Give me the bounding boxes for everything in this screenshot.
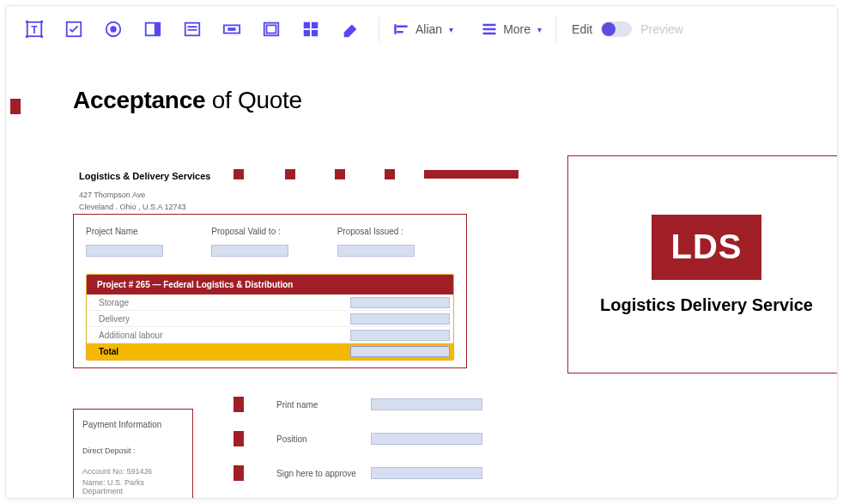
document-canvas: Acceptance of Quote Logistics & Delivery… [6,52,837,498]
lds-logo: LDS [652,215,761,280]
svg-rect-18 [304,22,310,28]
table-header: Project # 265 — Federal Logistics & Dist… [87,275,453,295]
eraser-tool-icon[interactable] [331,10,370,48]
svg-point-8 [110,26,116,32]
project-name-label: Project Name [86,227,203,236]
more-dropdown[interactable]: More ▾ [476,21,547,38]
preview-mode-label: Preview [640,22,683,36]
print-name-label: Print name [276,400,371,410]
quote-items-table: Project # 265 — Federal Logistics & Dist… [86,274,454,361]
svg-rect-15 [227,27,235,31]
svg-rect-19 [312,22,318,28]
total-value-input[interactable] [350,346,450,357]
page-tab-marker [10,99,21,114]
menu-icon [481,21,498,38]
more-label: More [503,22,531,36]
align-label: Alian [415,22,442,36]
labour-value-input[interactable] [350,330,450,341]
align-icon [393,21,410,38]
print-name-input[interactable] [371,398,482,410]
svg-rect-2 [26,21,28,23]
svg-rect-20 [304,30,310,36]
signature-input[interactable] [371,467,482,479]
position-input[interactable] [371,433,482,445]
quote-form: Project Name Proposal Valid to : Proposa… [73,214,467,368]
storage-value-input[interactable] [350,297,450,308]
align-dropdown[interactable]: Alian ▾ [388,21,458,38]
logo-card: LDS Logistics Delivery Service [567,155,837,373]
marker-icon [233,397,244,412]
table-row: Storage [87,295,453,311]
svg-rect-5 [40,35,43,38]
table-row-total: Total [87,343,453,360]
issued-input[interactable] [337,245,415,257]
chevron-down-icon: ▾ [449,25,453,34]
payment-method: Direct Deposit : [82,446,184,455]
table-row: Additional labour [87,327,453,343]
sign-label: Sign here to approve [276,469,371,478]
payment-name: Name: U.S. Parks Department [82,478,184,495]
svg-text:T: T [31,24,38,36]
image-tool-icon[interactable] [252,10,291,48]
edit-preview-toggle[interactable] [601,21,632,37]
valid-to-label: Proposal Valid to : [211,227,328,236]
project-name-input[interactable] [86,245,163,257]
company-address: 427 Thompson Ave Cleveland . Ohio , U.S.… [79,190,186,213]
toolbar-separator [379,16,379,42]
checkbox-tool-icon[interactable] [54,10,94,48]
editor-toolbar: T Alian ▾ More ▾ Edit Preview [6,6,837,52]
marker-icon [233,431,244,446]
delivery-value-input[interactable] [350,313,450,325]
grid-tool-icon[interactable] [291,10,331,48]
marker-icon [233,465,244,481]
button-tool-icon[interactable] [212,10,252,48]
svg-rect-3 [40,21,43,23]
text-tool-icon[interactable]: T [15,10,54,48]
payment-account: Account No: 5914J6 [82,467,184,476]
svg-rect-17 [267,25,276,33]
logo-text: Logistics Delivery Service [600,295,813,315]
svg-rect-4 [26,35,28,38]
signature-section: Print name Position Sign here to approve [233,387,491,490]
list-tool-icon[interactable] [173,10,212,48]
dropdown-tool-icon[interactable] [133,10,173,48]
valid-to-input[interactable] [211,245,288,257]
payment-header: Payment Information [82,420,184,429]
payment-info-box: Payment Information Direct Deposit : Acc… [73,409,193,498]
svg-rect-21 [312,30,318,36]
edit-mode-label: Edit [572,22,592,36]
company-name: Logistics & Delivery Services [79,171,210,181]
chevron-down-icon: ▾ [537,25,542,34]
toolbar-separator [555,16,556,42]
table-row: Delivery [87,311,453,327]
radio-tool-icon[interactable] [94,10,133,48]
svg-rect-10 [155,23,160,36]
issued-label: Proposal Issued : [337,227,454,236]
position-label: Position [276,434,371,444]
page-title: Acceptance of Quote [73,87,302,114]
mode-switch: Edit Preview [572,21,683,37]
